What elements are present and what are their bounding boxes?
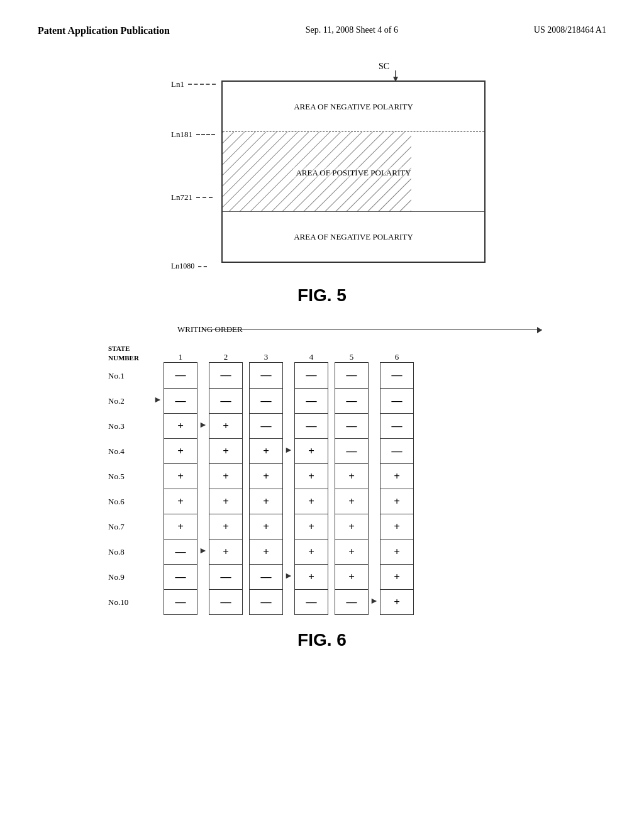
arrow-cell-8-5 — [369, 563, 380, 589]
cell-5-0: + — [164, 489, 197, 514]
cell-2-0: + — [164, 413, 197, 438]
header-right: US 2008/218464 A1 — [534, 25, 606, 35]
cell-0-3: — — [295, 363, 328, 388]
col-spacer-4 — [328, 340, 335, 615]
cell-0-5: — — [380, 363, 413, 388]
col-group-2: 3———+++++—— — [249, 340, 283, 615]
col-header-5: 6 — [380, 340, 414, 362]
cell-7-5: + — [380, 539, 413, 564]
cell-1-5: — — [380, 388, 413, 413]
cell-1-2: — — [250, 388, 282, 413]
cell-2-5: — — [380, 413, 413, 438]
area-neg-top: AREA OF NEGATIVE POLARITY — [223, 82, 484, 132]
cell-3-4: — — [335, 438, 368, 463]
cell-6-1: + — [209, 514, 242, 539]
col-spacer-2 — [243, 340, 249, 615]
cell-2-3: — — [295, 413, 328, 438]
cell-8-3: + — [295, 564, 328, 589]
arrow-cell-3-3: ► — [283, 438, 294, 463]
cell-0-0: — — [164, 363, 197, 388]
cell-8-2: — — [250, 564, 282, 589]
col-group-4: 5————+++++— — [335, 340, 369, 615]
state-label-0: No.1 — [108, 363, 152, 389]
cell-5-5: + — [380, 489, 413, 514]
col-group-5: 6————++++++ — [380, 340, 414, 615]
arrow-cell-0-5 — [369, 362, 380, 387]
arrow-cell-8-0 — [152, 563, 164, 589]
cell-9-4: — — [335, 589, 368, 614]
cell-6-3: + — [295, 514, 328, 539]
fig6-table: STATENUMBER No.1No.2No.3No.4No.5No.6No.7… — [108, 340, 542, 615]
cell-7-0: — — [164, 539, 197, 564]
arrow-cell-1-0: ► — [152, 387, 164, 412]
cell-5-2: + — [250, 489, 282, 514]
cell-7-3: + — [295, 539, 328, 564]
cell-9-5: + — [380, 589, 413, 614]
col-box-1: ——++++++—— — [209, 362, 243, 615]
arrow-col-5: ► — [369, 340, 380, 615]
state-number-column: STATENUMBER No.1No.2No.3No.4No.5No.6No.7… — [108, 340, 152, 615]
arrow-cell-2-5 — [369, 412, 380, 438]
arrow-cell-5-0 — [152, 488, 164, 513]
arrow-cell-4-5 — [369, 463, 380, 488]
fig6-caption: FIG. 6 — [297, 630, 347, 650]
cell-8-0: — — [164, 564, 197, 589]
header-left: Patent Application Publication — [38, 25, 170, 36]
cell-4-2: + — [250, 463, 282, 489]
area-pos-label: AREA OF POSITIVE POLARITY — [293, 167, 413, 179]
state-label-1: No.2 — [108, 389, 152, 414]
state-number-header: STATENUMBER — [108, 340, 152, 362]
ln1080-label: Ln1080 — [171, 262, 207, 271]
cell-1-4: — — [335, 388, 368, 413]
state-label-4: No.5 — [108, 464, 152, 489]
state-label-9: No.10 — [108, 590, 152, 615]
cell-8-5: + — [380, 564, 413, 589]
arrow-cell-0-3 — [283, 362, 294, 387]
writing-order-section: WRITING ORDER STATENUMBER No.1No.2No.3No… — [102, 324, 542, 615]
arrow-cell-6-5 — [369, 513, 380, 538]
cell-3-3: + — [295, 438, 328, 463]
state-label-5: No.6 — [108, 489, 152, 514]
arrow-cell-3-0 — [152, 438, 164, 463]
cell-7-4: + — [335, 539, 368, 564]
cell-9-0: — — [164, 589, 197, 614]
cell-3-2: + — [250, 438, 282, 463]
arrow-cell-7-1: ► — [197, 538, 209, 563]
cell-9-1: — — [209, 589, 242, 614]
cell-2-1: + — [209, 413, 242, 438]
cell-1-3: — — [295, 388, 328, 413]
arrow-cell-7-0 — [152, 538, 164, 563]
arrow-cell-1-5 — [369, 387, 380, 412]
arrow-cell-9-1 — [197, 589, 209, 614]
arrow-cell-4-3 — [283, 463, 294, 488]
fig6-section: WRITING ORDER STATENUMBER No.1No.2No.3No… — [70, 324, 574, 669]
arrow-col-0: ► — [152, 340, 164, 615]
writing-order-header: WRITING ORDER — [102, 324, 542, 335]
col-header-2: 3 — [249, 340, 283, 362]
col-header-1: 2 — [209, 340, 243, 362]
arrow-col-1: ►► — [197, 340, 209, 615]
col-box-2: ———+++++—— — [249, 362, 283, 615]
state-label-2: No.3 — [108, 414, 152, 439]
cell-3-1: + — [209, 438, 242, 463]
state-label-6: No.7 — [108, 514, 152, 540]
cell-5-1: + — [209, 489, 242, 514]
cell-1-0: — — [164, 388, 197, 413]
cell-0-2: — — [250, 363, 282, 388]
arrow-cell-1-3 — [283, 387, 294, 412]
arrow-cell-5-5 — [369, 488, 380, 513]
fig5-diagram: SC Ln1 Ln181 Ln721 Ln1080 AREA OF NEGATI… — [171, 62, 523, 275]
diagram-box: AREA OF NEGATIVE POLARITY AREA OF POSITI… — [221, 80, 486, 263]
data-columns: ►1——+++++———►►2——++++++——3———+++++——►►4—… — [152, 340, 542, 615]
arrow-cell-6-1 — [197, 513, 209, 538]
ln1-label: Ln1 — [171, 79, 216, 89]
cell-7-2: + — [250, 539, 282, 564]
cell-4-5: + — [380, 463, 413, 489]
ln181-label: Ln181 — [171, 130, 215, 140]
cell-4-3: + — [295, 463, 328, 489]
cell-4-4: + — [335, 463, 368, 489]
state-label-3: No.4 — [108, 439, 152, 464]
arrow-cell-6-3 — [283, 513, 294, 538]
col-box-3: ———++++++— — [294, 362, 328, 615]
arrow-cell-0-1 — [197, 362, 209, 387]
